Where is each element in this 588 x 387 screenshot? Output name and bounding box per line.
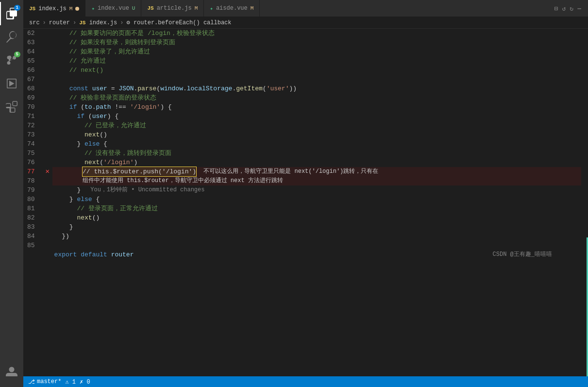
tab-name: index.vue: [98, 5, 129, 12]
undo-icon[interactable]: ↺: [562, 5, 566, 13]
tab-status-m: M: [251, 5, 254, 11]
status-bar: ⎇ master* ⚠ 1 ✗ 0: [23, 376, 588, 387]
code-line-83: }): [52, 232, 581, 241]
js-icon: JS: [147, 5, 153, 11]
code-line-67: [52, 75, 581, 84]
code-line-81: next(): [52, 213, 581, 222]
tab-aisde-vue[interactable]: ✦ aisde.vue M: [204, 0, 260, 17]
highlighted-comment: // this.$router.push('/login'): [83, 167, 196, 176]
editor-actions: ⊟ ↺ ↻ ⋯: [554, 0, 581, 17]
tab-name: aisde.vue: [216, 5, 248, 12]
activity-bar: 1 5: [0, 0, 23, 387]
js-icon: JS: [29, 6, 35, 12]
tab-article-js[interactable]: JS article.js M: [141, 0, 204, 17]
breadcrumb: src › router › JS index.js › ⚙ router.be…: [23, 17, 588, 29]
redo-icon[interactable]: ↻: [570, 5, 573, 13]
error-icon: ✕: [45, 167, 49, 176]
code-line-73: next(): [52, 130, 581, 139]
code-line-75: // 没有登录，跳转到登录页面: [52, 149, 581, 158]
git-blame: You，1秒钟前 • Uncommitted changes: [90, 185, 204, 195]
files-badge: 1: [14, 5, 20, 11]
code-line-65: // 允许通过: [52, 56, 581, 66]
activity-run[interactable]: [0, 72, 23, 95]
breadcrumb-symbol[interactable]: ⚙ router.beforeEach() callback: [126, 19, 231, 26]
code-line-62: // 如果要访问的页面不是 /login，校验登录状态: [52, 29, 581, 38]
breadcrumb-router[interactable]: router: [49, 19, 70, 26]
watermark: CSDN @王有趣_嘻嘻嘻: [493, 250, 552, 259]
code-line-64: // 如果登录了，则允许通过: [52, 47, 581, 56]
inline-annotation-line2: 组件中才能使用 this.$router，导航守卫中必须通过 next 方法进行…: [83, 176, 283, 185]
code-line-76: next('/login'): [52, 158, 581, 167]
breadcrumb-file[interactable]: JS index.js: [79, 19, 117, 26]
tab-dirty-dot: [75, 7, 79, 11]
split-editor-icon[interactable]: ⊟: [554, 5, 558, 13]
code-line-72: // 已登录，允许通过: [52, 121, 581, 130]
code-line-63: // 如果没有登录，则跳转到登录页面: [52, 38, 581, 47]
code-content[interactable]: // 如果要访问的页面不是 /login，校验登录状态 // 如果没有登录，则跳…: [52, 29, 581, 376]
gutter: ✕: [43, 29, 52, 376]
code-line-82: }: [52, 222, 581, 232]
breadcrumb-src[interactable]: src: [29, 19, 40, 26]
tab-name: index.js: [38, 5, 67, 12]
vue-icon: ✦: [210, 5, 213, 12]
more-icon[interactable]: ⋯: [577, 5, 581, 13]
scrollbar[interactable]: [581, 29, 588, 376]
code-line-69: // 校验非登录页面的登录状态: [52, 93, 581, 102]
tab-status-m: M: [69, 6, 73, 12]
activity-extensions[interactable]: [0, 95, 23, 118]
code-line-84: [52, 241, 581, 250]
editor-main: JS index.js M ✦ index.vue U JS article.j…: [23, 0, 588, 387]
tab-name: article.js: [157, 5, 192, 12]
tab-index-vue[interactable]: ✦ index.vue U: [85, 0, 141, 17]
tab-status-u: U: [132, 5, 135, 11]
vue-icon: ✦: [91, 5, 95, 12]
code-line-66: // next(): [52, 66, 581, 75]
activity-search[interactable]: [0, 25, 23, 49]
code-line-78: } You，1秒钟前 • Uncommitted changes: [52, 185, 581, 195]
activity-git[interactable]: 5: [0, 49, 23, 72]
code-line-70: if (to.path !== '/login') {: [52, 102, 581, 112]
line-numbers: 62 63 64 65 66 67 68 69 70 71 72 73 74 7…: [23, 29, 43, 376]
code-line-74: } else {: [52, 139, 581, 149]
tab-bar: JS index.js M ✦ index.vue U JS article.j…: [23, 0, 588, 17]
activity-files[interactable]: 1: [0, 2, 23, 25]
code-line-85: export default router CSDN @王有趣_嘻嘻嘻: [52, 250, 581, 259]
branch-icon: ⎇: [28, 378, 35, 386]
activity-account[interactable]: [0, 360, 23, 383]
code-line-77: // this.$router.push('/login') 不可以这么用，导航…: [52, 167, 581, 185]
code-line-80: // 登录页面，正常允许通过: [52, 204, 581, 213]
tab-index-js[interactable]: JS index.js M: [23, 0, 85, 17]
code-editor[interactable]: 62 63 64 65 66 67 68 69 70 71 72 73 74 7…: [23, 29, 588, 376]
git-branch[interactable]: master*: [37, 378, 61, 385]
code-line-68: const user = JSON.parse(window.localStor…: [52, 84, 581, 93]
inline-annotation-line1: 不可以这么用，导航守卫里只能是 next('/login')跳转，只有在: [200, 167, 378, 176]
code-line-71: if (user) {: [52, 112, 581, 121]
tab-status-m: M: [195, 5, 198, 11]
code-line-79: } else {: [52, 195, 581, 204]
git-badge: 5: [14, 51, 20, 57]
